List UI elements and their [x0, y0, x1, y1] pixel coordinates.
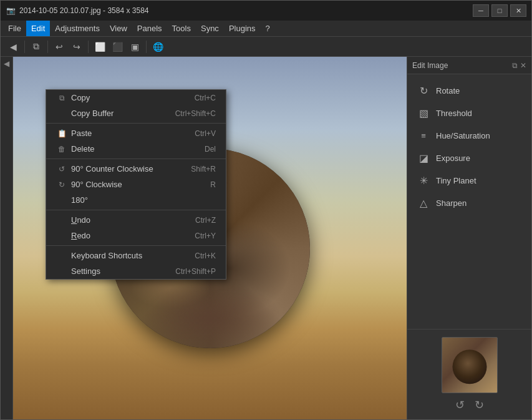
minimize-button[interactable]: ─: [473, 4, 489, 17]
window-controls: ─ □ ✕: [473, 4, 526, 17]
sharpen-tool-icon: △: [417, 197, 430, 209]
paste-menu-icon: 📋: [56, 129, 67, 138]
panel-title: Edit Image: [412, 61, 448, 70]
hue-saturation-tool-label: Hue/Saturation: [436, 131, 490, 140]
paste-shortcut: Ctrl+V: [195, 129, 216, 138]
menu-rotate-ccw-item[interactable]: ↺ 90° Counter Clockwise Shift+R: [46, 161, 226, 177]
menu-copy-item[interactable]: ⧉ Copy Ctrl+C: [46, 90, 226, 105]
image-area: ⧉ Copy Ctrl+C Copy Buffer Ctrl+Shift+C 📋…: [13, 57, 407, 419]
image-thumbnail: [442, 337, 498, 393]
toolbar: ◀ ⧉ ↩ ↪ ⬜ ⬛ ▣ 🌐: [1, 37, 531, 57]
left-arrow-button[interactable]: ◀: [4, 59, 9, 68]
toolbar-separator-3: [88, 41, 89, 53]
thumbnail-area: ↺ ↻: [407, 329, 531, 419]
app-icon: 📷: [6, 6, 16, 16]
undo-label: Undo: [71, 215, 170, 225]
redo-label: Redo: [71, 231, 170, 240]
tiny-planet-tool-icon: ✳: [417, 174, 430, 187]
menu-plugins[interactable]: Plugins: [224, 21, 261, 36]
rotate-ccw-label: 90° Counter Clockwise: [71, 164, 166, 173]
menu-separator-3: [46, 210, 226, 210]
right-panel: Edit Image ⧉ ✕ ↻ Rotate ▧ Threshold ≡ H: [407, 57, 531, 419]
menu-panels[interactable]: Panels: [132, 21, 167, 36]
menu-separator-1: [46, 123, 226, 124]
menu-file[interactable]: File: [3, 21, 26, 36]
settings-shortcut: Ctrl+Shift+P: [175, 267, 216, 276]
toolbar-separator-1: [24, 41, 25, 53]
rotate-cw-icon: ↻: [56, 180, 67, 189]
edit-dropdown-menu: ⧉ Copy Ctrl+C Copy Buffer Ctrl+Shift+C 📋…: [46, 89, 226, 280]
thumbnail-rotate-right-button[interactable]: ↻: [475, 398, 484, 412]
select-b-button[interactable]: ▣: [127, 39, 142, 54]
exposure-tool-item[interactable]: ◪ Exposure: [407, 147, 531, 169]
copy-toolbar-button[interactable]: ⧉: [29, 39, 44, 54]
close-button[interactable]: ✕: [510, 4, 526, 17]
threshold-tool-item[interactable]: ▧ Threshold: [407, 102, 531, 124]
tiny-planet-tool-label: Tiny Planet: [436, 176, 476, 185]
copy-shortcut: Ctrl+C: [195, 94, 216, 102]
menu-rotate-180-item[interactable]: 180°: [46, 192, 226, 208]
menu-separator-2: [46, 159, 226, 159]
redo-shortcut: Ctrl+Y: [195, 232, 216, 240]
menu-separator-4: [46, 245, 226, 246]
thumbnail-planet: [452, 349, 486, 384]
keyboard-shortcuts-shortcut: Ctrl+K: [195, 252, 216, 260]
tiny-planet-tool-item[interactable]: ✳ Tiny Planet: [407, 169, 531, 192]
undo-toolbar-button[interactable]: ↩: [52, 39, 67, 54]
menu-bar: File Edit Adjustments View Panels Tools …: [1, 21, 531, 37]
sharpen-tool-item[interactable]: △ Sharpen: [407, 192, 531, 214]
back-button[interactable]: ◀: [6, 39, 21, 54]
menu-settings-item[interactable]: Settings Ctrl+Shift+P: [46, 263, 226, 279]
menu-rotate-cw-item[interactable]: ↻ 90° Clockwise R: [46, 177, 226, 192]
threshold-tool-icon: ▧: [417, 107, 430, 119]
menu-sync[interactable]: Sync: [196, 21, 224, 36]
undo-shortcut: Ctrl+Z: [195, 216, 216, 225]
select-rect-button[interactable]: ⬜: [92, 39, 107, 54]
rotate-tool-item[interactable]: ↻ Rotate: [407, 79, 531, 102]
rotate-cw-label: 90° Clockwise: [71, 180, 185, 189]
rotate-tool-label: Rotate: [436, 86, 460, 95]
menu-copy-buffer-item[interactable]: Copy Buffer Ctrl+Shift+C: [46, 105, 226, 121]
menu-keyboard-shortcuts-item[interactable]: Keyboard Shortcuts Ctrl+K: [46, 248, 226, 263]
main-window: 📷 2014-10-05 20.10.07.jpg - 3584 x 3584 …: [0, 0, 532, 420]
menu-undo-item[interactable]: Undo Ctrl+Z: [46, 212, 226, 228]
menu-help[interactable]: ?: [261, 21, 275, 36]
menu-tools[interactable]: Tools: [167, 21, 196, 36]
menu-edit[interactable]: Edit: [26, 21, 50, 36]
delete-menu-icon: 🗑: [56, 145, 67, 154]
panel-close-button[interactable]: ✕: [520, 61, 526, 70]
menu-paste-item[interactable]: 📋 Paste Ctrl+V: [46, 125, 226, 141]
delete-label: Delete: [71, 144, 180, 154]
select-all-button[interactable]: ⬛: [110, 39, 125, 54]
thumbnail-rotate-left-button[interactable]: ↺: [455, 398, 465, 412]
menu-delete-item[interactable]: 🗑 Delete Del: [46, 141, 226, 157]
toolbar-separator-4: [146, 41, 147, 53]
redo-toolbar-button[interactable]: ↪: [69, 39, 84, 54]
maximize-button[interactable]: □: [491, 4, 508, 17]
hue-saturation-tool-icon: ≡: [417, 129, 430, 142]
hue-saturation-tool-item[interactable]: ≡ Hue/Saturation: [407, 124, 531, 147]
menu-adjustments[interactable]: Adjustments: [50, 21, 105, 36]
exposure-tool-label: Exposure: [436, 154, 470, 163]
toolbar-separator-2: [47, 41, 48, 53]
globe-button[interactable]: 🌐: [150, 39, 165, 54]
rotate-ccw-icon: ↺: [56, 165, 67, 173]
rotate-cw-shortcut: R: [210, 180, 216, 189]
settings-label: Settings: [71, 266, 150, 276]
rotate-ccw-shortcut: Shift+R: [191, 165, 216, 173]
copy-buffer-label: Copy Buffer: [71, 109, 150, 118]
rotate-tool-icon: ↻: [417, 84, 430, 97]
window-title: 2014-10-05 20.10.07.jpg - 3584 x 3584: [19, 6, 473, 15]
sharpen-tool-label: Sharpen: [436, 198, 467, 208]
threshold-tool-label: Threshold: [436, 109, 472, 118]
menu-redo-item[interactable]: Redo Ctrl+Y: [46, 228, 226, 243]
edit-tools-list: ↻ Rotate ▧ Threshold ≡ Hue/Saturation ◪ …: [407, 74, 531, 329]
content-area: ◀ ⧉ Copy Ctrl+C Copy Buffer Ctr: [1, 57, 531, 419]
exposure-tool-icon: ◪: [417, 152, 430, 164]
panel-pop-out-button[interactable]: ⧉: [512, 61, 518, 70]
delete-shortcut: Del: [205, 145, 216, 154]
panel-header-controls: ⧉ ✕: [512, 61, 526, 70]
menu-view[interactable]: View: [105, 21, 132, 36]
thumbnail-controls: ↺ ↻: [455, 398, 484, 412]
copy-menu-label: Copy: [71, 93, 170, 102]
